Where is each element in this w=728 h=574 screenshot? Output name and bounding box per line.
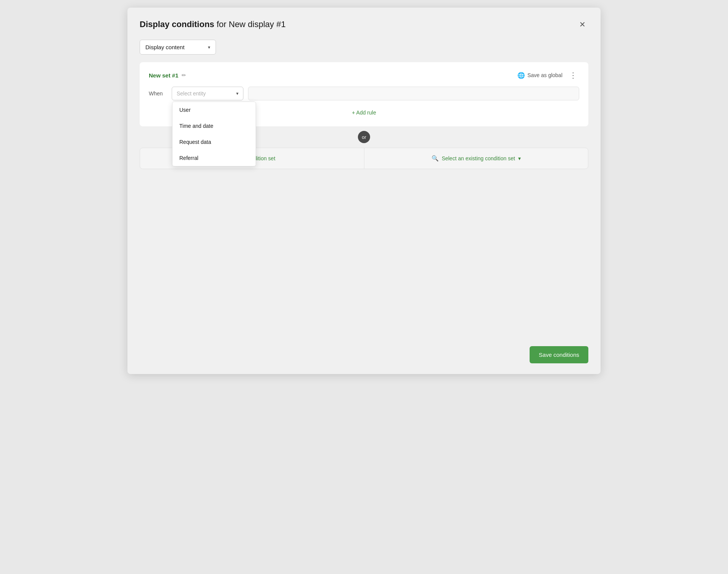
modal: Display conditions for New display #1 ✕ … — [127, 8, 601, 374]
globe-icon: 🌐 — [517, 72, 525, 79]
set-header: New set #1 ✏ 🌐 Save as global ⋮ — [149, 70, 579, 81]
entity-option-request-data[interactable]: Request data — [172, 134, 256, 150]
condition-set-card: New set #1 ✏ 🌐 Save as global ⋮ When Sel… — [140, 62, 588, 126]
set-title-area: New set #1 ✏ — [149, 72, 186, 79]
entity-option-time-and-date[interactable]: Time and date — [172, 118, 256, 134]
entity-option-referral[interactable]: Referral — [172, 150, 256, 166]
edit-icon[interactable]: ✏ — [182, 72, 186, 78]
or-badge: or — [358, 131, 370, 143]
existing-condition-set-button[interactable]: 🔍 Select an existing condition set ▾ — [364, 148, 588, 169]
when-row: When Select entity ▾ UserTime and dateRe… — [149, 87, 579, 100]
chevron-down-icon: ▾ — [208, 45, 210, 50]
close-button[interactable]: ✕ — [576, 18, 588, 31]
search-icon: 🔍 — [432, 155, 439, 162]
chevron-down-icon: ▾ — [236, 91, 238, 96]
set-title: New set #1 — [149, 72, 179, 79]
set-actions: 🌐 Save as global ⋮ — [517, 70, 579, 81]
chevron-down-icon: ▾ — [518, 155, 521, 161]
when-label: When — [149, 90, 167, 97]
entity-option-user[interactable]: User — [172, 102, 256, 118]
display-content-dropdown[interactable]: Display content ▾ — [140, 40, 216, 55]
modal-title: Display conditions for New display #1 — [140, 19, 286, 29]
more-options-button[interactable]: ⋮ — [567, 70, 579, 81]
save-conditions-button[interactable]: Save conditions — [530, 346, 588, 363]
entity-dropdown[interactable]: Select entity ▾ UserTime and dateRequest… — [172, 87, 243, 100]
save-as-global-button[interactable]: 🌐 Save as global — [517, 72, 562, 79]
entity-dropdown-menu: UserTime and dateRequest dataReferral — [172, 102, 256, 166]
modal-header: Display conditions for New display #1 ✕ — [140, 18, 588, 31]
entity-placeholder: Select entity — [177, 90, 206, 97]
display-content-label: Display content — [145, 44, 185, 50]
condition-input[interactable] — [248, 87, 579, 100]
